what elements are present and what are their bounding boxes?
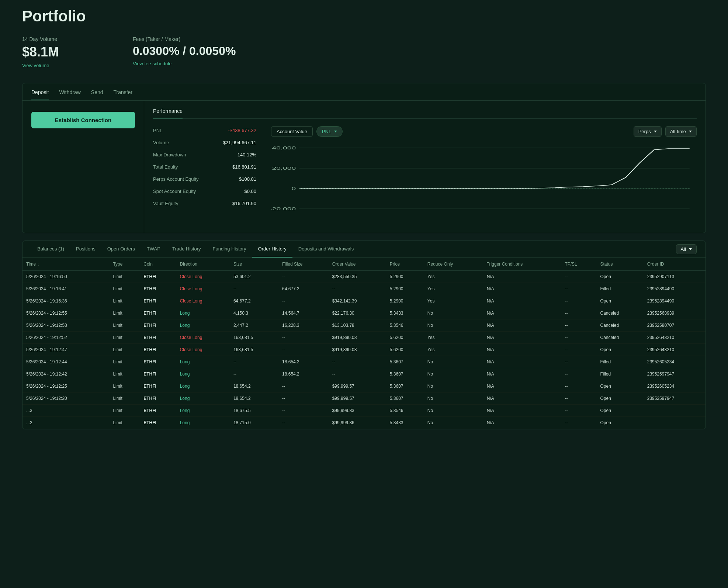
tab-deposit[interactable]: Deposit (31, 89, 49, 100)
volume-label2: Volume (153, 140, 169, 145)
cell-coin: ETHFI (140, 368, 176, 380)
cell-reduce-only: No (424, 307, 483, 319)
cell-price: 5.3607 (386, 380, 424, 392)
perf-tabs: Performance (153, 108, 697, 119)
cell-direction: Long (176, 405, 230, 417)
cell-type: Limit (109, 344, 140, 356)
tab-order-history[interactable]: Order History (252, 241, 292, 257)
cell-time: 5/26/2024 - 19:12:44 (22, 356, 109, 368)
stat-perps-equity: Perps Account Equity $100.01 (153, 175, 256, 183)
tab-transfer[interactable]: Transfer (114, 89, 133, 100)
col-direction: Direction (176, 258, 230, 271)
cell-trigger: N/A (483, 380, 561, 392)
svg-text:40,000: 40,000 (272, 146, 296, 150)
cell-type: Limit (109, 319, 140, 332)
cell-order-value: $919,890.03 (329, 344, 386, 356)
cell-filled-size: 18,654.2 (278, 368, 329, 380)
cell-size: 4,150.3 (230, 307, 278, 319)
order-history-table: Time ↓ Type Coin Direction Size Filled S… (22, 258, 706, 429)
cell-order-value: -- (329, 283, 386, 295)
cell-size: 18,715.0 (230, 417, 278, 429)
cell-filled-size: 16,228.3 (278, 319, 329, 332)
cell-tp-sl: -- (561, 380, 596, 392)
cell-price: 5.2900 (386, 271, 424, 283)
cell-filled-size: 14,564.7 (278, 307, 329, 319)
cell-price: 5.3546 (386, 405, 424, 417)
col-trigger-conditions: Trigger Conditions (483, 258, 561, 271)
cell-tp-sl: -- (561, 332, 596, 344)
tab-balances[interactable]: Balances (1) (31, 241, 70, 257)
cell-order-id: 23952597947 (644, 368, 706, 380)
cell-coin: ETHFI (140, 283, 176, 295)
cell-type: Limit (109, 356, 140, 368)
tab-open-orders[interactable]: Open Orders (101, 241, 141, 257)
pnl-button[interactable]: PNL (316, 126, 343, 137)
stat-spot-equity: Spot Account Equity $0.00 (153, 187, 256, 196)
cell-order-id: 23952643210 (644, 332, 706, 344)
cell-tp-sl: -- (561, 405, 596, 417)
cell-filled-size: -- (278, 271, 329, 283)
cell-size: -- (230, 368, 278, 380)
cell-type: Limit (109, 295, 140, 307)
establish-connection-button[interactable]: Establish Connection (31, 112, 135, 128)
tab-send[interactable]: Send (91, 89, 103, 100)
cell-reduce-only: Yes (424, 283, 483, 295)
table-row: 5/26/2024 - 19:12:55 Limit ETHFI Long 4,… (22, 307, 706, 319)
cell-direction: Close Long (176, 283, 230, 295)
cell-status: Filled (596, 356, 643, 368)
tab-withdraw[interactable]: Withdraw (59, 89, 80, 100)
col-order-id: Order ID (644, 258, 706, 271)
cell-reduce-only: Yes (424, 295, 483, 307)
table-wrapper: Time ↓ Type Coin Direction Size Filled S… (22, 258, 706, 429)
cell-tp-sl: -- (561, 344, 596, 356)
svg-text:0: 0 (292, 186, 296, 191)
cell-reduce-only: No (424, 417, 483, 429)
col-price: Price (386, 258, 424, 271)
cell-direction: Long (176, 380, 230, 392)
tab-funding-history[interactable]: Funding History (207, 241, 252, 257)
table-body: 5/26/2024 - 19:16:50 Limit ETHFI Close L… (22, 271, 706, 429)
cell-direction: Close Long (176, 295, 230, 307)
cell-coin: ETHFI (140, 271, 176, 283)
cell-reduce-only: Yes (424, 332, 483, 344)
cell-tp-sl: -- (561, 368, 596, 380)
cell-direction: Long (176, 356, 230, 368)
cell-status: Filled (596, 368, 643, 380)
table-row: 5/26/2024 - 19:12:47 Limit ETHFI Close L… (22, 344, 706, 356)
table-row: 5/26/2024 - 19:16:41 Limit ETHFI Close L… (22, 283, 706, 295)
tab-deposits-withdrawals[interactable]: Deposits and Withdrawals (292, 241, 360, 257)
table-row: 5/26/2024 - 19:12:53 Limit ETHFI Long 2,… (22, 319, 706, 332)
cell-size: 64,677.2 (230, 295, 278, 307)
tab-twap[interactable]: TWAP (141, 241, 166, 257)
col-filled-size: Filled Size (278, 258, 329, 271)
cell-coin: ETHFI (140, 344, 176, 356)
col-time[interactable]: Time ↓ (22, 258, 109, 271)
tab-trade-history[interactable]: Trade History (166, 241, 207, 257)
cell-trigger: N/A (483, 356, 561, 368)
alltime-dropdown-button[interactable]: All-time (665, 126, 697, 137)
cell-price: 5.2900 (386, 295, 424, 307)
cell-order-id: 23952605234 (644, 356, 706, 368)
view-fee-schedule-link[interactable]: View fee schedule (133, 61, 171, 66)
page-title: Portfolio (22, 7, 706, 25)
cell-status: Open (596, 295, 643, 307)
cell-reduce-only: No (424, 380, 483, 392)
col-type: Type (109, 258, 140, 271)
tab-positions[interactable]: Positions (70, 241, 101, 257)
cell-direction: Long (176, 417, 230, 429)
cell-type: Limit (109, 307, 140, 319)
cell-status: Open (596, 271, 643, 283)
perps-dropdown-button[interactable]: Perps (634, 126, 662, 137)
account-value-button[interactable]: Account Value (271, 126, 313, 137)
all-label: All (681, 246, 686, 252)
pnl-value: -$438,677.32 (228, 128, 256, 133)
cell-order-id: 23952643210 (644, 344, 706, 356)
cell-trigger: N/A (483, 307, 561, 319)
view-volume-link[interactable]: View volume (22, 63, 49, 68)
cell-order-value: $342,142.39 (329, 295, 386, 307)
vault-equity-value: $16,701.90 (232, 201, 256, 206)
tab-performance[interactable]: Performance (153, 108, 183, 118)
cell-direction: Long (176, 368, 230, 380)
performance-chart: 40,000 20,000 0 -20,000 (271, 141, 697, 225)
all-dropdown-button[interactable]: All (676, 244, 697, 254)
